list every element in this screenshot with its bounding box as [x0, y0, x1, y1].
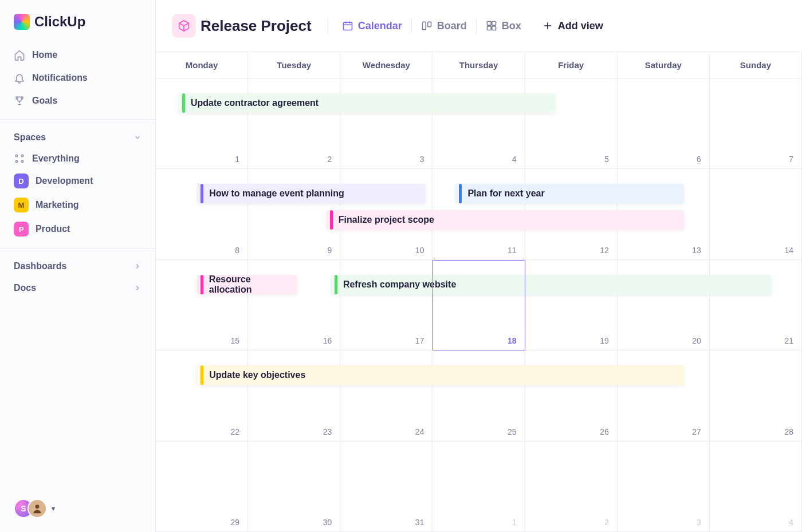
calendar-cell[interactable]: 26 — [525, 350, 618, 441]
calendar-cell[interactable]: 25 — [433, 350, 525, 441]
caret-down-icon: ▾ — [52, 505, 55, 513]
divider — [411, 18, 412, 33]
svg-point-1 — [21, 155, 23, 156]
user-stack[interactable]: S ▾ — [14, 499, 55, 518]
space-item-development[interactable]: DDevelopment — [0, 169, 155, 193]
grid-icon — [14, 153, 25, 164]
avatar — [27, 499, 47, 518]
logo-mark-icon — [14, 14, 30, 30]
svg-rect-9 — [422, 22, 426, 29]
calendar-cell[interactable]: 4 — [710, 442, 802, 532]
day-header: Tuesday — [248, 52, 340, 78]
nav-item-notifications[interactable]: Notifications — [0, 66, 155, 89]
date-number: 17 — [415, 336, 424, 345]
date-number: 30 — [323, 518, 332, 527]
event-color-bar — [200, 275, 203, 294]
calendar-cell[interactable]: 23 — [248, 350, 340, 441]
calendar-cell[interactable]: 15 — [156, 260, 248, 350]
date-number: 16 — [323, 336, 332, 345]
event[interactable]: Resource allocation — [197, 275, 296, 294]
nav-label: Notifications — [32, 73, 88, 83]
view-tab-calendar[interactable]: Calendar — [337, 17, 407, 36]
calendar-cell[interactable]: 1 — [156, 78, 248, 169]
calendar-cell[interactable]: 22 — [156, 350, 248, 441]
calendar-cell[interactable]: 18 — [433, 260, 525, 350]
calendar-cell[interactable]: 31 — [340, 442, 433, 532]
calendar-cell[interactable]: 8 — [156, 169, 248, 259]
event-color-bar — [335, 275, 337, 294]
space-label: Development — [36, 176, 93, 186]
calendar-cell[interactable]: 28 — [710, 350, 802, 441]
nav-item-goals[interactable]: Goals — [0, 89, 155, 112]
calendar-cell[interactable]: 29 — [156, 442, 248, 532]
view-label: Box — [502, 20, 521, 32]
date-number: 29 — [231, 518, 240, 527]
calendar-cell[interactable]: 6 — [618, 78, 710, 169]
space-label: Product — [36, 224, 70, 234]
everything-label: Everything — [32, 153, 80, 164]
date-number: 6 — [697, 155, 701, 164]
calendar-cell[interactable]: 3 — [340, 78, 433, 169]
bell-icon — [14, 72, 25, 84]
calendar-cell[interactable]: 5 — [525, 78, 618, 169]
nav-item-home[interactable]: Home — [0, 44, 155, 66]
add-view-button[interactable]: Add view — [537, 17, 608, 36]
add-view-label: Add view — [558, 20, 603, 32]
calendar-cell[interactable]: 20 — [618, 260, 710, 350]
date-number: 18 — [508, 336, 517, 345]
svg-rect-5 — [343, 22, 352, 30]
section-docs[interactable]: Docs — [0, 277, 155, 299]
date-number: 2 — [327, 155, 332, 164]
topbar: Release Project CalendarBoardBox Add vie… — [156, 0, 802, 52]
board-icon — [421, 20, 433, 31]
calendar-cell[interactable]: 27 — [618, 350, 710, 441]
calendar-cell[interactable]: 17 — [340, 260, 433, 350]
event[interactable]: Refresh company website — [331, 275, 772, 294]
date-number: 12 — [600, 246, 609, 255]
event[interactable]: Plan for next year — [455, 184, 684, 203]
calendar-cell[interactable]: 7 — [710, 78, 802, 169]
date-number: 10 — [415, 246, 424, 255]
everything-item[interactable]: Everything — [0, 148, 155, 169]
view-tab-box[interactable]: Box — [481, 17, 526, 36]
calendar-cell[interactable]: 14 — [710, 169, 802, 259]
event[interactable]: Update contractor agreement — [179, 93, 555, 113]
section-dashboards[interactable]: Dashboards — [0, 255, 155, 277]
date-number: 13 — [692, 246, 701, 255]
event[interactable]: Update key objectives — [197, 365, 684, 385]
event[interactable]: How to manage event planning — [197, 184, 426, 203]
event-title: Plan for next year — [467, 188, 544, 199]
day-header: Friday — [525, 52, 618, 78]
app-name: ClickUp — [34, 14, 85, 30]
spaces-header[interactable]: Spaces — [0, 127, 155, 148]
app-logo[interactable]: ClickUp — [0, 9, 155, 44]
space-item-product[interactable]: PProduct — [0, 217, 155, 241]
calendar-cell[interactable]: 16 — [248, 260, 340, 350]
calendar-cell[interactable]: 21 — [710, 260, 802, 350]
view-tab-board[interactable]: Board — [416, 17, 471, 36]
space-label: Marketing — [36, 200, 79, 210]
divider — [0, 248, 155, 249]
date-number: 28 — [784, 427, 793, 436]
home-icon — [14, 49, 25, 61]
calendar-cell[interactable]: 4 — [433, 78, 525, 169]
calendar-cell[interactable]: 2 — [525, 442, 618, 532]
space-item-marketing[interactable]: MMarketing — [0, 193, 155, 217]
calendar-cell[interactable]: 3 — [618, 442, 710, 532]
date-number: 31 — [415, 518, 424, 527]
calendar-cell[interactable]: 30 — [248, 442, 340, 532]
svg-rect-12 — [492, 22, 496, 26]
space-badge: P — [14, 222, 29, 237]
event-color-bar — [182, 93, 185, 113]
date-number: 20 — [692, 336, 701, 345]
calendar-cell[interactable]: 24 — [340, 350, 433, 441]
calendar-cell[interactable]: 2 — [248, 78, 340, 169]
calendar-cell[interactable]: 19 — [525, 260, 618, 350]
nav-label: Home — [32, 50, 57, 60]
calendar-cell[interactable]: 1 — [433, 442, 525, 532]
chevron-right-icon — [133, 284, 141, 292]
date-number: 23 — [323, 427, 332, 436]
date-number: 24 — [415, 427, 424, 436]
day-header: Monday — [156, 52, 248, 78]
event[interactable]: Finalize project scope — [327, 210, 685, 230]
